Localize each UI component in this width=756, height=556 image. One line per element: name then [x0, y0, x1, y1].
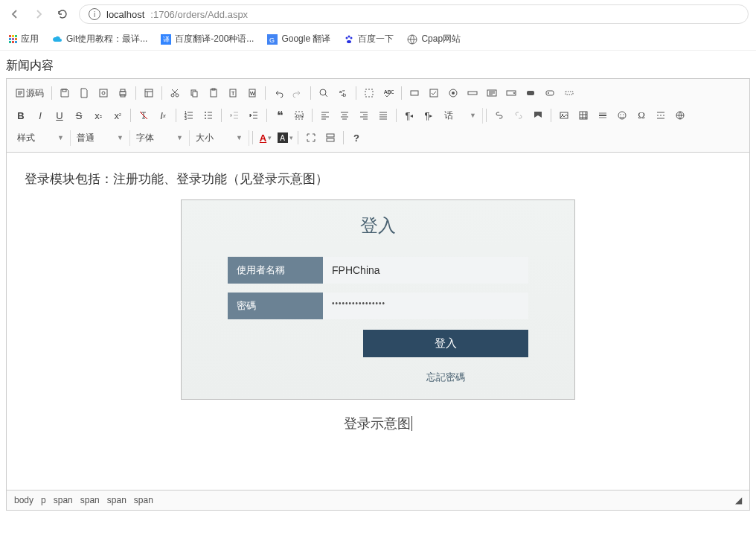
forward-button[interactable]	[31, 7, 46, 22]
svg-point-54	[623, 114, 624, 115]
special-char-icon[interactable]: Ω	[632, 106, 650, 124]
svg-point-2	[346, 36, 348, 39]
undo-icon[interactable]	[269, 84, 287, 102]
path-span[interactable]: span	[134, 495, 153, 505]
ltr-icon[interactable]: ¶◂	[400, 106, 418, 124]
blockquote-icon[interactable]: ❝	[271, 106, 289, 124]
bullet-list-icon[interactable]	[199, 106, 217, 124]
svg-point-3	[350, 36, 353, 39]
bookmarks-bar: 应用 Git使用教程：最详... 译百度翻译-200种语... GGoogle …	[0, 28, 756, 51]
address-bar[interactable]: i localhost:1706/orders/Add.aspx	[79, 4, 749, 24]
format-dropdown[interactable]: 普通▼	[71, 130, 130, 146]
iframe-icon[interactable]	[671, 106, 689, 124]
preview-icon[interactable]	[94, 84, 112, 102]
cut-icon[interactable]	[166, 84, 184, 102]
hr-icon[interactable]	[594, 106, 612, 124]
editor-content-area[interactable]: 登录模块包括：注册功能、登录功能（见登录示意图） 登入 使用者名稱 密碼 •••…	[7, 153, 749, 510]
login-title: 登入	[182, 200, 574, 257]
button-icon[interactable]	[522, 84, 539, 102]
styles-dropdown[interactable]: 样式▼	[11, 130, 71, 146]
new-page-icon[interactable]	[75, 84, 93, 102]
apps-shortcut[interactable]: 应用	[9, 33, 39, 45]
textarea-icon[interactable]	[483, 84, 501, 102]
bookmark-git[interactable]: Git使用教程：最详...	[52, 33, 147, 45]
templates-icon[interactable]	[140, 84, 158, 102]
paste-icon[interactable]	[205, 84, 222, 102]
svg-text:W: W	[250, 91, 255, 96]
smiley-icon[interactable]	[613, 106, 631, 124]
bold-icon[interactable]: B	[12, 106, 30, 124]
spellcheck-icon[interactable]: ABC	[379, 84, 397, 102]
radio-icon[interactable]	[444, 84, 462, 102]
rtl-icon[interactable]: ¶▸	[420, 106, 438, 124]
unlink-icon[interactable]	[510, 106, 528, 124]
align-center-icon[interactable]	[336, 106, 353, 124]
form-icon[interactable]	[406, 84, 423, 102]
size-dropdown[interactable]: 大小▼	[190, 130, 249, 146]
paste-text-icon[interactable]: T	[224, 84, 242, 102]
textfield-icon[interactable]	[464, 84, 481, 102]
svg-rect-40	[566, 92, 573, 95]
username-label: 使用者名稱	[228, 257, 323, 284]
maximize-icon[interactable]	[302, 129, 320, 147]
underline-icon[interactable]: U	[51, 106, 68, 124]
path-span[interactable]: span	[107, 495, 126, 505]
select-all-icon[interactable]	[360, 84, 378, 102]
save-icon[interactable]	[56, 84, 74, 102]
font-dropdown[interactable]: 字体▼	[130, 130, 190, 146]
hidden-field-icon[interactable]	[560, 84, 578, 102]
checkbox-icon[interactable]	[425, 84, 443, 102]
imagebutton-icon[interactable]	[541, 84, 559, 102]
numbered-list-icon[interactable]: 123	[180, 106, 198, 124]
editor-elements-path[interactable]: body p span span span span ◢	[7, 490, 749, 510]
pagebreak-icon[interactable]	[652, 106, 670, 124]
select-icon[interactable]	[502, 84, 520, 102]
align-right-icon[interactable]	[355, 106, 373, 124]
div-icon[interactable]: DIV	[290, 106, 308, 124]
table-icon[interactable]	[574, 106, 592, 124]
bookmark-google-translate[interactable]: GGoogle 翻译	[267, 33, 330, 45]
path-span[interactable]: span	[80, 495, 100, 505]
superscript-icon[interactable]: x²	[109, 106, 126, 124]
link-icon[interactable]	[490, 106, 508, 124]
align-justify-icon[interactable]	[374, 106, 392, 124]
print-icon[interactable]	[114, 84, 132, 102]
bookmark-baidu[interactable]: 百度一下	[344, 33, 394, 45]
find-icon[interactable]	[315, 84, 333, 102]
svg-point-46	[205, 118, 206, 119]
bookmark-baidu-translate[interactable]: 译百度翻译-200种语...	[161, 33, 254, 45]
language-dropdown[interactable]: 话▼	[438, 108, 483, 124]
outdent-icon[interactable]	[225, 106, 243, 124]
svg-point-45	[205, 115, 206, 116]
path-span[interactable]: span	[54, 495, 73, 505]
paste-word-icon[interactable]: W	[243, 84, 261, 102]
resize-handle-icon[interactable]: ◢	[735, 495, 742, 505]
path-body[interactable]: body	[14, 495, 33, 505]
copy-icon[interactable]	[185, 84, 203, 102]
svg-text:3: 3	[185, 116, 187, 121]
svg-rect-9	[100, 89, 107, 97]
back-button[interactable]	[7, 7, 22, 22]
bookmark-cpap[interactable]: Cpap网站	[407, 33, 461, 45]
bg-color-icon[interactable]: A▾	[276, 129, 294, 147]
replace-icon[interactable]: ab	[334, 84, 352, 102]
help-icon[interactable]: ?	[347, 129, 365, 147]
path-p[interactable]: p	[41, 495, 46, 505]
source-button[interactable]: 源码	[11, 87, 48, 100]
strike-icon[interactable]: S	[70, 106, 88, 124]
indent-icon[interactable]	[245, 106, 263, 124]
copy-format-icon[interactable]: Ix	[154, 106, 172, 124]
redo-icon[interactable]	[289, 84, 307, 102]
remove-format-icon[interactable]	[135, 106, 153, 124]
align-left-icon[interactable]	[316, 106, 334, 124]
show-blocks-icon[interactable]	[321, 129, 339, 147]
image-icon[interactable]	[555, 106, 573, 124]
reload-button[interactable]	[55, 7, 70, 22]
anchor-icon[interactable]	[529, 106, 547, 124]
text-color-icon[interactable]: A▾	[257, 129, 275, 147]
site-info-icon[interactable]: i	[89, 8, 100, 20]
italic-icon[interactable]: I	[31, 106, 49, 124]
svg-rect-38	[546, 91, 554, 95]
subscript-icon[interactable]: x₂	[89, 106, 107, 124]
svg-rect-56	[327, 134, 334, 137]
